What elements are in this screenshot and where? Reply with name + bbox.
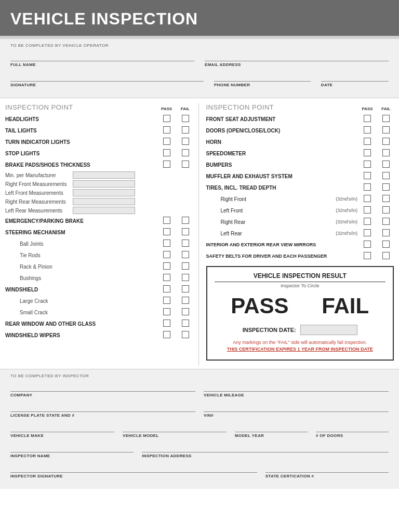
brake-pads-pass[interactable]	[159, 161, 175, 169]
tires-pass-checkbox[interactable]	[364, 183, 371, 191]
brake-pads-fail-checkbox[interactable]	[182, 161, 189, 168]
horn-pass[interactable]	[360, 138, 375, 146]
steering-fail[interactable]	[178, 228, 193, 236]
tire-rf-pass-checkbox[interactable]	[364, 195, 371, 202]
rack-pinion-fail[interactable]	[178, 262, 193, 271]
emergency-brake-pass[interactable]	[159, 217, 175, 225]
doors-pass-checkbox[interactable]	[364, 126, 371, 134]
speedometer-pass-checkbox[interactable]	[364, 149, 371, 156]
headlights-pass-checkbox[interactable]	[163, 115, 170, 122]
steering-fail-checkbox[interactable]	[182, 228, 189, 235]
wipers-fail[interactable]	[178, 331, 193, 339]
bumpers-fail[interactable]	[378, 161, 394, 169]
safety-belts-fail[interactable]	[378, 252, 394, 260]
speedometer-pass[interactable]	[360, 149, 375, 157]
bushings-pass[interactable]	[159, 274, 175, 282]
tie-rods-fail[interactable]	[178, 251, 193, 259]
tire-rf-fail[interactable]	[378, 195, 394, 203]
tie-rods-pass[interactable]	[159, 251, 175, 259]
stop-lights-fail[interactable]	[178, 149, 193, 157]
bushings-fail-checkbox[interactable]	[182, 274, 189, 281]
horn-pass-checkbox[interactable]	[364, 138, 371, 145]
safety-belts-pass[interactable]	[360, 252, 375, 260]
tire-lf-pass-checkbox[interactable]	[364, 206, 371, 214]
muffler-fail-checkbox[interactable]	[382, 172, 390, 179]
headlights-fail-checkbox[interactable]	[182, 115, 189, 122]
doors-pass[interactable]	[360, 126, 375, 135]
tire-lf-pass[interactable]	[360, 206, 375, 215]
brake-pads-pass-checkbox[interactable]	[163, 161, 170, 168]
left-front-meas-input[interactable]	[73, 189, 135, 196]
small-crack-fail[interactable]	[178, 308, 193, 316]
muffler-fail[interactable]	[378, 172, 394, 180]
front-seat-fail-checkbox[interactable]	[382, 115, 390, 122]
horn-fail[interactable]	[378, 138, 394, 146]
windshield-pass[interactable]	[159, 285, 175, 294]
result-fail-label[interactable]: FAIL	[322, 294, 369, 318]
tires-pass[interactable]	[360, 183, 375, 192]
front-seat-fail[interactable]	[378, 115, 394, 123]
ball-joints-fail[interactable]	[178, 240, 193, 248]
tire-lf-fail-checkbox[interactable]	[382, 206, 390, 214]
rack-pinion-pass[interactable]	[159, 262, 175, 271]
rack-pinion-pass-checkbox[interactable]	[163, 262, 170, 270]
large-crack-fail-checkbox[interactable]	[182, 297, 189, 304]
headlights-fail[interactable]	[178, 115, 193, 123]
safety-belts-pass-checkbox[interactable]	[364, 252, 371, 259]
mirrors-fail[interactable]	[378, 241, 394, 249]
stop-lights-pass[interactable]	[159, 149, 175, 157]
large-crack-pass[interactable]	[159, 297, 175, 305]
bumpers-pass-checkbox[interactable]	[364, 161, 371, 168]
tie-rods-fail-checkbox[interactable]	[182, 251, 189, 258]
speedometer-fail[interactable]	[378, 149, 394, 157]
tire-lr-pass-checkbox[interactable]	[364, 229, 371, 236]
wipers-pass[interactable]	[159, 331, 175, 339]
tire-rr-pass-checkbox[interactable]	[364, 218, 371, 225]
tires-fail[interactable]	[378, 183, 394, 192]
rear-window-fail[interactable]	[178, 320, 193, 328]
front-seat-pass-checkbox[interactable]	[364, 115, 371, 122]
stop-lights-pass-checkbox[interactable]	[163, 149, 170, 156]
min-manufacturer-input[interactable]	[73, 171, 135, 179]
small-crack-pass-checkbox[interactable]	[163, 308, 170, 315]
front-seat-pass[interactable]	[360, 115, 375, 123]
ball-joints-pass-checkbox[interactable]	[163, 240, 170, 247]
ball-joints-fail-checkbox[interactable]	[182, 240, 189, 247]
tire-lr-fail[interactable]	[378, 229, 394, 237]
tire-lr-fail-checkbox[interactable]	[382, 229, 390, 236]
windshield-fail[interactable]	[178, 285, 193, 294]
tail-lights-pass-checkbox[interactable]	[163, 126, 170, 134]
headlights-pass[interactable]	[159, 115, 175, 123]
bushings-fail[interactable]	[178, 274, 193, 282]
turn-indicator-pass-checkbox[interactable]	[163, 138, 170, 145]
windshield-fail-checkbox[interactable]	[182, 285, 189, 292]
turn-indicator-fail-checkbox[interactable]	[182, 138, 189, 145]
tire-rr-pass[interactable]	[360, 218, 375, 226]
tire-lr-pass[interactable]	[360, 229, 375, 237]
small-crack-fail-checkbox[interactable]	[182, 308, 189, 315]
large-crack-pass-checkbox[interactable]	[163, 297, 170, 304]
rear-window-pass[interactable]	[159, 320, 175, 328]
ball-joints-pass[interactable]	[159, 240, 175, 248]
stop-lights-fail-checkbox[interactable]	[182, 149, 189, 156]
brake-pads-fail[interactable]	[178, 161, 193, 169]
doors-fail-checkbox[interactable]	[382, 126, 390, 134]
emergency-brake-fail-checkbox[interactable]	[182, 217, 189, 224]
turn-indicator-fail[interactable]	[178, 138, 193, 146]
tie-rods-pass-checkbox[interactable]	[163, 251, 170, 258]
bushings-pass-checkbox[interactable]	[163, 274, 170, 281]
left-rear-meas-input[interactable]	[73, 207, 135, 214]
safety-belts-fail-checkbox[interactable]	[382, 252, 390, 259]
tire-rr-fail[interactable]	[378, 218, 394, 226]
bumpers-fail-checkbox[interactable]	[382, 161, 390, 168]
wipers-pass-checkbox[interactable]	[163, 331, 170, 338]
mirrors-pass-checkbox[interactable]	[364, 241, 371, 248]
small-crack-pass[interactable]	[159, 308, 175, 316]
muffler-pass-checkbox[interactable]	[364, 172, 371, 179]
tire-rf-pass[interactable]	[360, 195, 375, 203]
wipers-fail-checkbox[interactable]	[182, 331, 189, 338]
right-front-meas-input[interactable]	[73, 180, 135, 188]
tire-lf-fail[interactable]	[378, 206, 394, 215]
rear-window-pass-checkbox[interactable]	[163, 320, 170, 327]
tire-rf-fail-checkbox[interactable]	[382, 195, 390, 202]
